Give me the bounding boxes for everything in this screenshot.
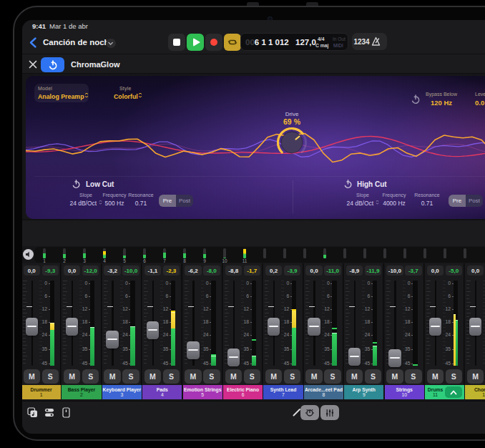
bypass-value[interactable]: 120 Hz bbox=[421, 99, 461, 107]
fader-cap[interactable] bbox=[429, 318, 442, 336]
lowcut-res-value[interactable]: 0.71 bbox=[121, 200, 161, 207]
mute-button[interactable]: M bbox=[427, 369, 444, 384]
bypass-power-icon[interactable] bbox=[411, 94, 421, 104]
track-label[interactable]: Strings10 bbox=[385, 385, 424, 399]
mixer-overview-strip[interactable]: 1234567891011 bbox=[34, 247, 485, 263]
title-menu-button[interactable] bbox=[106, 39, 116, 49]
lowcut-pre-button[interactable]: Pre bbox=[159, 195, 176, 207]
track-label[interactable]: Electric Piano6 bbox=[223, 385, 263, 399]
fader-cap[interactable] bbox=[308, 318, 320, 336]
mute-button[interactable]: M bbox=[144, 369, 162, 384]
fader-cap[interactable] bbox=[388, 349, 401, 367]
peak-value: -11,0 bbox=[324, 266, 341, 276]
scale-label: 24 bbox=[279, 332, 289, 337]
overview-meter bbox=[363, 248, 366, 258]
fader-cap[interactable] bbox=[227, 349, 240, 366]
mute-button[interactable]: M bbox=[386, 369, 403, 384]
scale-label: 35 bbox=[158, 346, 168, 351]
track-label[interactable]: Arp Synth9 bbox=[344, 385, 383, 399]
track-label[interactable]: Synth Lead7 bbox=[263, 385, 303, 399]
mute-button[interactable]: M bbox=[24, 369, 41, 384]
controls-view-button[interactable] bbox=[300, 405, 319, 420]
solo-button[interactable]: S bbox=[163, 369, 180, 384]
highcut-pre-button[interactable]: Pre bbox=[449, 195, 466, 207]
mute-button[interactable]: M bbox=[265, 369, 283, 384]
mute-button[interactable]: M bbox=[305, 369, 323, 384]
track-label[interactable]: Chorus V12 bbox=[465, 385, 485, 399]
mute-button[interactable]: M bbox=[225, 369, 242, 384]
scale-label: 0 bbox=[360, 281, 370, 286]
track-label[interactable]: Bass Player2 bbox=[62, 385, 101, 399]
stop-button[interactable] bbox=[168, 34, 185, 51]
mute-button[interactable]: M bbox=[467, 369, 484, 384]
plugin-window-icon[interactable] bbox=[62, 407, 71, 418]
track-label[interactable]: Arcade...eet Pad8 bbox=[304, 385, 343, 399]
highcut-post-button[interactable]: Post bbox=[466, 195, 483, 207]
back-chevron-icon[interactable] bbox=[29, 36, 37, 49]
plugin-power-button[interactable] bbox=[41, 57, 64, 72]
solo-button[interactable]: S bbox=[446, 369, 463, 384]
count-in-button[interactable]: 1234 bbox=[352, 38, 371, 46]
ruler-tick bbox=[466, 338, 469, 339]
lowcut-post-button[interactable]: Post bbox=[176, 195, 193, 207]
ruler-tick bbox=[322, 316, 325, 317]
play-button[interactable] bbox=[187, 34, 204, 51]
fader-cap[interactable] bbox=[469, 318, 482, 336]
overview-number: 4 bbox=[99, 258, 110, 263]
fader-cap[interactable] bbox=[147, 321, 160, 339]
style-value[interactable]: Colorful bbox=[114, 93, 142, 100]
solo-button[interactable]: S bbox=[244, 369, 261, 384]
fader-cap[interactable] bbox=[26, 318, 39, 336]
ruler-tick bbox=[144, 298, 147, 299]
solo-button[interactable]: S bbox=[82, 369, 99, 384]
lowcut-power-icon[interactable] bbox=[72, 180, 81, 189]
monitor-icon[interactable] bbox=[23, 249, 34, 260]
metronome-icon[interactable] bbox=[371, 36, 383, 47]
mute-button[interactable]: M bbox=[346, 369, 363, 384]
mute-button[interactable]: M bbox=[64, 369, 81, 384]
solo-button[interactable]: S bbox=[324, 369, 341, 384]
fader-cap[interactable] bbox=[268, 318, 280, 336]
fader-cap[interactable] bbox=[187, 341, 200, 359]
routing-icon[interactable] bbox=[44, 407, 55, 418]
track-label[interactable]: Emotion Strings5 bbox=[183, 385, 222, 399]
solo-button[interactable]: S bbox=[284, 369, 301, 384]
ruler-tick bbox=[225, 298, 227, 299]
solo-button[interactable]: S bbox=[122, 369, 139, 384]
track-label[interactable]: Drummer1 bbox=[22, 385, 61, 399]
loop-browser-icon[interactable] bbox=[27, 407, 39, 418]
solo-button[interactable]: S bbox=[365, 369, 382, 384]
highcut-res-value[interactable]: 0.71 bbox=[407, 200, 447, 207]
cycle-button[interactable] bbox=[224, 34, 241, 51]
song-title[interactable]: Canción de noche bbox=[43, 38, 114, 47]
model-value[interactable]: Analog Preamp bbox=[38, 93, 89, 100]
highcut-power-icon[interactable] bbox=[343, 180, 353, 189]
fader-cap[interactable] bbox=[106, 331, 119, 349]
solo-button[interactable]: S bbox=[405, 369, 422, 384]
close-icon[interactable] bbox=[29, 60, 37, 69]
drive-knob[interactable] bbox=[275, 126, 308, 159]
track-label[interactable]: Keyboard Player3 bbox=[102, 385, 142, 399]
ruler-tick bbox=[144, 349, 147, 349]
solo-button[interactable]: S bbox=[203, 369, 220, 384]
track-label[interactable]: Drums11 bbox=[425, 385, 464, 399]
fader-cap[interactable] bbox=[348, 348, 361, 366]
lcd-display[interactable]: 006 1 1 012 127,0 4/4 C maj In Out MIDI bbox=[240, 33, 348, 51]
meter-fill bbox=[90, 328, 95, 366]
record-button[interactable] bbox=[205, 34, 222, 51]
ruler-tick bbox=[265, 306, 268, 306]
drive-value: 69 % bbox=[272, 117, 312, 126]
mute-button[interactable]: M bbox=[104, 369, 121, 384]
cut-vdivider bbox=[293, 180, 293, 213]
collapse-chevron-button[interactable] bbox=[445, 386, 462, 398]
fader-cap[interactable] bbox=[66, 318, 79, 336]
scale-label: 35 bbox=[401, 346, 411, 351]
ruler-tick bbox=[386, 341, 389, 342]
ruler-tick bbox=[403, 356, 406, 356]
mixer-view-button[interactable] bbox=[320, 405, 339, 420]
solo-button[interactable]: S bbox=[42, 369, 59, 384]
track-label[interactable]: Pads4 bbox=[142, 385, 182, 399]
mute-button[interactable]: M bbox=[185, 369, 202, 384]
level-value[interactable]: 0.0 bbox=[475, 99, 484, 107]
channel-strip-10: -10,0-3,7061218243545MSStrings10 bbox=[385, 263, 424, 399]
